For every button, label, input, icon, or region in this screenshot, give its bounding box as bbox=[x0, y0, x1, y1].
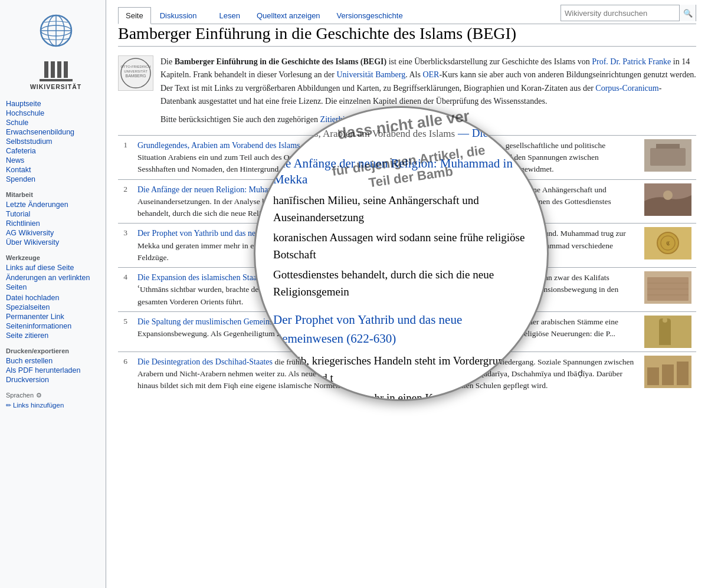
svg-text:𝕮: 𝕮 bbox=[666, 240, 670, 247]
intro-bold: Bamberger Einführung in die Geschichte d… bbox=[175, 57, 387, 66]
logo-title: WIKIVERSITÄT bbox=[9, 83, 103, 90]
row-thumb-1 bbox=[640, 135, 696, 179]
row-thumb-3: 𝕮 bbox=[640, 224, 696, 268]
sidebar-nav-werkzeuge: Werkzeuge Links auf diese Seite Änderung… bbox=[6, 254, 106, 340]
sprachen-heading: Sprachen bbox=[6, 392, 34, 399]
globe-icon bbox=[32, 12, 80, 59]
university-logo: OTTO-FRIEDRICH UNIVERSITÄT BAMBERG bbox=[118, 55, 153, 91]
tab-quelltext[interactable]: Quelltext anzeigen bbox=[249, 7, 328, 24]
tab-versionsgeschichte[interactable]: Versionsgeschichte bbox=[329, 7, 411, 24]
svg-point-13 bbox=[663, 190, 673, 200]
mag-text-3: koranischen Aussagen wird sodann seine f… bbox=[273, 229, 529, 263]
sidebar-item-datei-hochladen[interactable]: Datei hochladen bbox=[6, 293, 106, 303]
row-num: 4 bbox=[118, 268, 133, 312]
search-button[interactable]: 🔍 bbox=[679, 5, 696, 21]
chapter-thumb-1 bbox=[644, 139, 691, 172]
sidebar-item-letzte-aenderungen[interactable]: Letzte Änderungen bbox=[6, 200, 106, 209]
chapter-thumb-4 bbox=[644, 271, 691, 304]
search-input[interactable] bbox=[561, 8, 679, 19]
sidebar-item-links-hinzufuegen[interactable]: ✏ Links hinzufügen bbox=[6, 401, 106, 410]
sidebar-item-spenden[interactable]: Spenden bbox=[6, 175, 106, 184]
row-thumb-5 bbox=[640, 311, 696, 352]
row-num: 6 bbox=[118, 352, 133, 395]
sidebar-item-als-pdf[interactable]: Als PDF herunterladen bbox=[6, 366, 106, 375]
link-corpus-coranicum[interactable]: Corpus-Coranicum bbox=[595, 84, 658, 93]
row-num: 1 bbox=[118, 135, 133, 179]
search-icon: 🔍 bbox=[683, 9, 693, 18]
sidebar-item-kontakt[interactable]: Kontakt bbox=[6, 165, 106, 175]
svg-text:UNIVERSITÄT: UNIVERSITÄT bbox=[124, 70, 148, 73]
link-oer[interactable]: OER bbox=[422, 70, 439, 79]
tab-seite[interactable]: Seite bbox=[118, 7, 151, 24]
search-bar[interactable]: 🔍 bbox=[560, 5, 696, 21]
sidebar-item-aenderungen-verlinkten[interactable]: Änderungen an verlinkten Seiten bbox=[6, 272, 106, 293]
sidebar-nav-sprachen: Sprachen ⚙ ✏ Links hinzufügen bbox=[6, 392, 106, 410]
sidebar-nav-main: Hauptseite Hochschule Schule Erwachsenen… bbox=[6, 99, 106, 184]
search-area: 🔍 bbox=[560, 5, 696, 24]
sidebar-item-news[interactable]: News bbox=[6, 156, 106, 165]
chapter-thumb-6 bbox=[644, 356, 691, 388]
sprachen-heading-row: Sprachen ⚙ bbox=[6, 392, 106, 399]
svg-rect-28 bbox=[677, 362, 689, 385]
tabs-left: Seite Diskussion bbox=[118, 7, 206, 24]
link-patrick-franke[interactable]: Prof. Dr. Patrick Franke bbox=[592, 57, 671, 66]
sidebar-item-hauptseite[interactable]: Hauptseite bbox=[6, 99, 106, 109]
sidebar-item-links-auf-diese-seite[interactable]: Links auf diese Seite bbox=[6, 263, 106, 272]
svg-rect-27 bbox=[662, 364, 674, 385]
chapter-thumb-2 bbox=[644, 183, 691, 216]
intro-text3: . Als bbox=[405, 70, 422, 79]
sidebar-nav-mitarbeit: Mitarbeit Letzte Änderungen Tutorial Ric… bbox=[6, 191, 106, 247]
link-universitaet-bamberg[interactable]: Universität Bamberg bbox=[336, 70, 405, 79]
sidebar-item-selbststudium[interactable]: Selbststudium bbox=[6, 137, 106, 146]
svg-rect-10 bbox=[650, 148, 686, 166]
pencil-icon: ✏ bbox=[6, 402, 11, 409]
svg-rect-11 bbox=[656, 144, 680, 149]
sidebar: WIKIVERSITÄT Hauptseite Hochschule Schul… bbox=[0, 0, 106, 588]
svg-text:BAMBERG: BAMBERG bbox=[125, 74, 146, 78]
sidebar-nav-drucken: Drucken/exportieren Buch erstellen Als P… bbox=[6, 347, 106, 385]
mag-title-2: Die Anfänge der neuen Religion: Muhammad… bbox=[273, 156, 529, 188]
sidebar-item-schule[interactable]: Schule bbox=[6, 118, 106, 127]
mag-title-3: Der Prophet von Yathrib und das neue Gem… bbox=[273, 311, 529, 348]
chapter-link-1[interactable]: Grundlegendes, Arabien am Vorabend des I… bbox=[137, 141, 300, 150]
gear-icon[interactable]: ⚙ bbox=[36, 392, 42, 399]
chapter-link-5[interactable]: Die Spaltung der muslimischen Gemeinscha… bbox=[137, 317, 289, 326]
tab-diskussion[interactable]: Diskussion bbox=[152, 7, 205, 24]
chapter-thumb-5 bbox=[644, 316, 691, 348]
mag-text-2: hanīfischen Milieu, seine Anhängerschaft… bbox=[273, 192, 529, 226]
tabs-right: Lesen Quelltext anzeigen Versionsgeschic… bbox=[212, 7, 412, 24]
sidebar-item-hochschule[interactable]: Hochschule bbox=[6, 109, 106, 118]
magnifier-overlay: ̈ndlegendes, Arabien am Vorabend des Isl… bbox=[254, 106, 549, 401]
sidebar-item-cafeteria[interactable]: Cafeteria bbox=[6, 146, 106, 156]
intro-text1: ist eine Überblicksdarstellung zur Gesch… bbox=[386, 57, 592, 66]
sidebar-item-ueber-wikiversity[interactable]: Über Wikiversity bbox=[6, 238, 106, 247]
sidebar-item-erwachsenenbildung[interactable]: Erwachsenenbildung bbox=[6, 127, 106, 137]
mag-link-1: — bbox=[458, 127, 469, 139]
links-hinzufuegen-label: Links hinzufügen bbox=[13, 402, 64, 409]
row-num: 3 bbox=[118, 224, 133, 268]
mitarbeit-heading: Mitarbeit bbox=[6, 191, 106, 198]
row-thumb-6 bbox=[640, 352, 696, 395]
svg-point-24 bbox=[663, 318, 667, 323]
sidebar-item-druckversion[interactable]: Druckversion bbox=[6, 375, 106, 385]
row-thumb-2 bbox=[640, 179, 696, 224]
sidebar-item-tutorial[interactable]: Tutorial bbox=[6, 209, 106, 219]
sidebar-item-seiteninformationen[interactable]: Seiteninformationen bbox=[6, 321, 106, 331]
top-bar: Seite Diskussion Lesen Quelltext anzeige… bbox=[118, 0, 696, 24]
svg-rect-26 bbox=[647, 367, 659, 385]
sidebar-item-ag-wikiversity[interactable]: AG Wikiversity bbox=[6, 228, 106, 238]
drucken-heading: Drucken/exportieren bbox=[6, 347, 106, 354]
sidebar-item-spezialseiten[interactable]: Spezialseiten bbox=[6, 303, 106, 312]
row-thumb-4 bbox=[640, 268, 696, 312]
mag-text-4: Gottesdienstes behandelt, durch die sich… bbox=[273, 267, 529, 300]
row-num: 2 bbox=[118, 179, 133, 224]
sidebar-item-seite-zitieren[interactable]: Seite zitieren bbox=[6, 331, 106, 340]
main-content: Seite Diskussion Lesen Quelltext anzeige… bbox=[106, 0, 708, 588]
intro-note-text: Bitte berücksichtigen Sie auch den zugeh… bbox=[160, 115, 320, 124]
sidebar-item-buch-erstellen[interactable]: Buch erstellen bbox=[6, 356, 106, 366]
page-title: Bamberger Einführung in die Geschichte d… bbox=[118, 24, 696, 47]
tab-lesen[interactable]: Lesen bbox=[212, 7, 248, 24]
sidebar-item-richtlinien[interactable]: Richtlinien bbox=[6, 219, 106, 228]
sidebar-item-permanenter-link[interactable]: Permanenter Link bbox=[6, 312, 106, 321]
chapter-link-6[interactable]: Die Desintegration des Dschihad-Staates bbox=[137, 357, 273, 366]
